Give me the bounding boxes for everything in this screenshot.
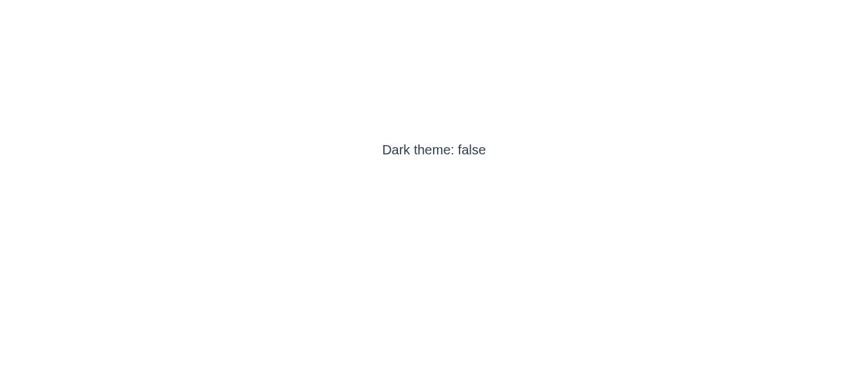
dark-theme-status-text: Dark theme: false — [382, 142, 486, 158]
